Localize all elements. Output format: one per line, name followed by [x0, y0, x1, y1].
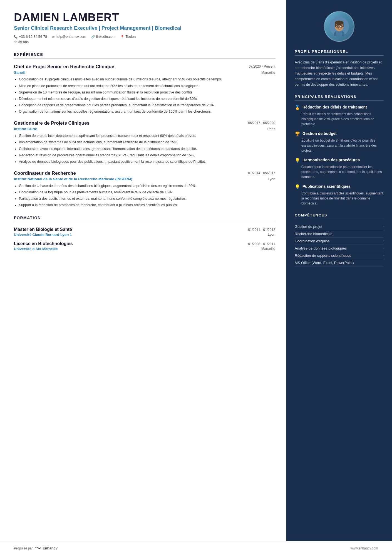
bullet-item: Coordination de la logistique pour les p…: [19, 190, 275, 195]
skill-label-4: Analyse de données biologiques: [295, 246, 347, 250]
edu-dates-1: 01/2011 - 01/2013: [248, 228, 275, 232]
edu-school-row-2: Université d'Aix-Marseille Marseille: [14, 247, 275, 251]
skill-dot-2: ·: [383, 232, 384, 235]
school-1: Université Claude Bernard Lyon 1: [14, 233, 72, 237]
exp-header-1: Chef de Projet Senior en Recherche Clini…: [14, 64, 275, 70]
powered-by-label: Propulsé par: [14, 546, 33, 550]
bullet-item: Coordination de 15 projets cliniques mul…: [19, 77, 275, 82]
svg-point-5: [335, 21, 344, 25]
footer-website: www.enhancv.com: [351, 546, 378, 550]
edu-city-1: Lyon: [268, 233, 275, 237]
skill-dot-5: ·: [383, 254, 384, 257]
achievement-icon-4: 💡: [295, 184, 300, 189]
email-item: ✉ help@enhancv.com: [52, 35, 86, 39]
exp-dates-1: 07/2020 - Present: [249, 65, 275, 68]
achievement-desc-2: Équilibré un budget de 8 millions d'euro…: [295, 138, 384, 153]
edu-dates-2: 01/2008 - 01/2011: [248, 242, 275, 246]
skill-label-1: Gestion de projet: [295, 225, 322, 229]
bullet-item: Mise en place de protocoles de recherche…: [19, 83, 275, 88]
edu-header-1: Master en Biologie et Santé 01/2011 - 01…: [14, 227, 275, 232]
linkedin-url: linkedin.com: [96, 35, 115, 39]
competences-section: COMPÉTENCES Gestion de projet · Recherch…: [295, 213, 384, 267]
bullet-item: Organisation de formations sur les nouve…: [19, 109, 275, 114]
formation-section: FORMATION Master en Biologie et Santé 01…: [14, 216, 275, 251]
achievement-title-4: Publications scientifiques: [302, 184, 351, 189]
education-item-2: Licence en Biotechnologies 01/2008 - 01/…: [14, 241, 275, 251]
left-column: DAMIEN LAMBERT Senior Clinical Research …: [0, 0, 286, 541]
skill-3: Coordination d'équipe ·: [295, 238, 384, 245]
location-1: Marseille: [261, 71, 275, 75]
skill-1: Gestion de projet ·: [295, 223, 384, 230]
svg-point-10: [337, 26, 338, 27]
achievement-desc-1: Réduit les délais de traitement des écha…: [295, 112, 384, 127]
education-item-1: Master en Biologie et Santé 01/2011 - 01…: [14, 227, 275, 237]
bullet-item: Analyse de données biologiques pour des …: [19, 159, 275, 164]
experience-item-2: Gestionnaire de Projets Cliniques 06/201…: [14, 120, 275, 164]
brand-logo: Enhancv: [35, 545, 58, 551]
bullets-2: Gestion de projets inter-départements, o…: [14, 133, 275, 164]
phone-icon: 📞: [14, 35, 18, 39]
achievement-icon-2: 🏆: [295, 131, 300, 137]
exp-dates-3: 01/2014 - 05/2017: [248, 171, 275, 175]
city-name: Toulon: [125, 35, 136, 39]
edu-city-2: Marseille: [261, 247, 275, 251]
star-icon: ☆: [14, 40, 17, 44]
company-3: Institut National de la Santé et de la R…: [14, 177, 132, 181]
skill-label-3: Coordination d'équipe: [295, 239, 330, 243]
candidate-age: ☆ 35 ans: [14, 40, 275, 44]
bullet-item: Supervision de 10 membres de l'équipe, a…: [19, 90, 275, 95]
degree-2: Licence en Biotechnologies: [14, 241, 248, 246]
achievement-1: 🏅 Réduction des délais de traitement Réd…: [295, 105, 384, 127]
page-footer: Propulsé par Enhancv www.enhancv.com: [0, 541, 392, 555]
profil-text: Avec plus de 3 ans d'expérience en gesti…: [295, 60, 384, 87]
exp-header-2: Gestionnaire de Projets Cliniques 06/201…: [14, 120, 275, 126]
skill-dot-4: ·: [383, 247, 384, 250]
svg-line-15: [335, 26, 336, 26]
header-section: DAMIEN LAMBERT Senior Clinical Research …: [14, 11, 275, 44]
exp-company-row-3: Institut National de la Santé et de la R…: [14, 177, 275, 181]
main-content: DAMIEN LAMBERT Senior Clinical Research …: [0, 0, 392, 541]
competences-title: COMPÉTENCES: [295, 213, 384, 219]
brand-name: Enhancv: [43, 546, 58, 550]
location-3: Lyon: [268, 177, 275, 181]
bullet-item: Rédaction et révision de procédures opér…: [19, 153, 275, 158]
footer-left: Propulsé par Enhancv: [14, 545, 58, 551]
email-icon: ✉: [52, 35, 54, 39]
experience-item-1: Chef de Projet Senior en Recherche Clini…: [14, 64, 275, 114]
realisations-section: PRINCIPALES RÉALISATIONS 🏅 Réduction des…: [295, 95, 384, 206]
skill-label-6: MS Office (Word, Excel, PowerPoint): [295, 261, 354, 265]
avatar-container: [295, 11, 384, 42]
skill-label-2: Recherche biomédicale: [295, 232, 333, 236]
enhancv-icon: [35, 545, 41, 551]
company-2: Institut Curie: [14, 127, 37, 131]
achievement-header-3: 💡 Harmonisation des procédures: [295, 157, 384, 163]
job-title-2: Gestionnaire de Projets Cliniques: [14, 120, 248, 126]
location-icon: 📍: [120, 35, 124, 39]
degree-1: Master en Biologie et Santé: [14, 227, 248, 232]
experience-item-3: Coordinateur de Recherche 01/2014 - 05/2…: [14, 170, 275, 208]
location-2: Paris: [267, 127, 275, 131]
email-address: help@enhancv.com: [56, 35, 86, 39]
company-1: Sanofi: [14, 70, 25, 75]
bullet-item: Gestion de projets inter-départements, o…: [19, 133, 275, 138]
formation-section-title: FORMATION: [14, 216, 275, 222]
achievement-title-3: Harmonisation des procédures: [302, 157, 360, 162]
bullet-item: Collaboration avec les équipes internati…: [19, 146, 275, 151]
achievement-icon-1: 🏅: [295, 105, 300, 110]
phone-number: +33 6 12 34 56 78: [19, 35, 47, 39]
profil-title: PROFIL PROFESSIONNEL: [295, 50, 384, 56]
linkedin-item: 🔗 linkedin.com: [91, 35, 115, 39]
skill-dot-1: ·: [383, 225, 384, 228]
realisations-title: PRINCIPALES RÉALISATIONS: [295, 95, 384, 101]
exp-company-row-1: Sanofi Marseille: [14, 70, 275, 75]
skill-label-5: Rédaction de rapports scientifiques: [295, 253, 351, 258]
candidate-name: DAMIEN LAMBERT: [14, 11, 275, 23]
exp-company-row-2: Institut Curie Paris: [14, 127, 275, 131]
exp-dates-2: 06/2017 - 06/2020: [248, 121, 275, 125]
svg-line-16: [342, 26, 343, 26]
profil-section: PROFIL PROFESSIONNEL Avec plus de 3 ans …: [295, 50, 384, 87]
achievement-icon-3: 💡: [295, 158, 300, 163]
edu-header-2: Licence en Biotechnologies 01/2008 - 01/…: [14, 241, 275, 246]
avatar-illustration: [329, 17, 349, 36]
achievement-3: 💡 Harmonisation des procédures Collabora…: [295, 157, 384, 179]
